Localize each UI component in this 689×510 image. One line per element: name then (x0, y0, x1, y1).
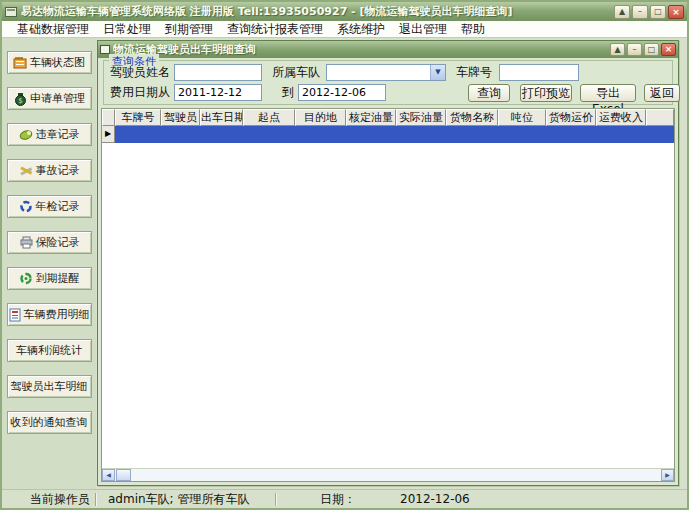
child-rollup-button[interactable]: ▲ (610, 43, 625, 56)
col-tonnage[interactable]: 吨位 (498, 109, 546, 126)
sidebar-item-insurance-record[interactable]: 保险记录 (7, 231, 92, 254)
menu-item-system-maintenance[interactable]: 系统维护 (330, 21, 392, 38)
child-window-title: 物流运输驾驶员出车明细查询 (113, 42, 610, 57)
insurance-record-icon (19, 236, 34, 249)
grid-header: 车牌号 驾驶员 出车日期 起点 目的地 核定油量 实际油量 货物名称 吨位 货物… (102, 109, 674, 126)
sidebar: 车辆状态图 $ 申请单管理 违章记录 事故记录 年检记录 (2, 38, 96, 489)
col-rated-fuel[interactable]: 核定油量 (346, 109, 396, 126)
row-marker-icon: ▶ (102, 126, 115, 143)
query-section: 查询条件 驾驶员姓名 所属车队 ▼ 车牌号 费用日期从 到 (100, 58, 676, 106)
window-controls: ▲ – □ × (614, 5, 684, 19)
main-titlebar: 易达物流运输车辆管理系统网络版 注册用版 Tell:13935050927 - … (2, 2, 687, 21)
col-plate-number[interactable]: 车牌号 (115, 109, 161, 126)
child-window-icon (100, 45, 110, 54)
sidebar-item-label: 违章记录 (36, 127, 80, 142)
sidebar-item-driver-trip-detail[interactable]: 驾驶员出车明细 (7, 375, 92, 398)
sidebar-item-notification-query[interactable]: 收到的通知查询 (7, 411, 92, 434)
fleet-select[interactable]: ▼ (326, 64, 446, 81)
minimize-button[interactable]: – (632, 5, 648, 19)
scrollbar-track[interactable] (131, 469, 661, 481)
app-icon (5, 7, 17, 17)
search-button[interactable]: 查询 (468, 84, 510, 102)
sidebar-item-label: 车辆状态图 (30, 55, 85, 70)
date-from-label: 费用日期从 (110, 84, 170, 101)
col-destination[interactable]: 目的地 (295, 109, 346, 126)
col-cargo-name[interactable]: 货物名称 (446, 109, 498, 126)
sidebar-item-application-form[interactable]: $ 申请单管理 (7, 87, 92, 110)
date-to-input[interactable] (298, 84, 386, 101)
status-bar: 当前操作员： admin车队; 管理所有车队 日期： 2012-12-06 (2, 489, 687, 508)
col-origin[interactable]: 起点 (243, 109, 295, 126)
sidebar-item-label: 车辆费用明细 (24, 307, 90, 322)
chevron-down-icon[interactable]: ▼ (430, 65, 445, 80)
print-preview-button[interactable]: 打印预览 (520, 84, 572, 102)
scroll-left-icon[interactable]: ◀ (102, 469, 115, 481)
return-button[interactable]: 返回 (644, 84, 680, 102)
driver-name-input[interactable] (174, 64, 262, 81)
vehicle-status-icon (13, 56, 28, 69)
export-excel-button[interactable]: 导出Excel (580, 84, 636, 102)
table-row[interactable]: ▶ (102, 126, 674, 143)
sidebar-item-annual-inspection[interactable]: 年检记录 (7, 195, 92, 218)
application-form-icon: $ (13, 92, 28, 106)
rollup-button[interactable]: ▲ (614, 5, 630, 19)
close-button[interactable]: × (668, 5, 684, 19)
operator-label: 当前操作员： (2, 491, 94, 508)
child-close-button[interactable]: × (661, 43, 676, 56)
maximize-button[interactable]: □ (650, 5, 666, 19)
window-title: 易达物流运输车辆管理系统网络版 注册用版 Tell:13935050927 - … (21, 4, 614, 19)
sidebar-item-label: 收到的通知查询 (11, 415, 88, 430)
date-value: 2012-12-06 (356, 492, 470, 506)
accident-record-icon (19, 164, 34, 177)
scroll-right-icon[interactable]: ▶ (661, 469, 674, 481)
child-window: 物流运输驾驶员出车明细查询 ▲ – □ × 查询条件 驾驶员姓名 所属车队 ▼ (97, 40, 679, 486)
menu-item-expiry-mgmt[interactable]: 到期管理 (158, 21, 220, 38)
statusbar-divider (95, 493, 97, 506)
child-titlebar: 物流运输驾驶员出车明细查询 ▲ – □ × (98, 41, 678, 58)
horizontal-scrollbar: ◀ ▶ (102, 468, 674, 481)
date-to-label: 到 (282, 84, 294, 101)
sidebar-item-label: 车辆利润统计 (16, 343, 82, 358)
menu-item-exit[interactable]: 退出管理 (392, 21, 454, 38)
sidebar-item-expiry-reminder[interactable]: 到期提醒 (7, 267, 92, 290)
menu-item-report-mgmt[interactable]: 查询统计报表管理 (220, 21, 330, 38)
menu-item-help[interactable]: 帮助 (454, 21, 492, 38)
col-trip-date[interactable]: 出车日期 (200, 109, 243, 126)
results-grid: 车牌号 驾驶员 出车日期 起点 目的地 核定油量 实际油量 货物名称 吨位 货物… (101, 108, 675, 482)
sidebar-item-label: 保险记录 (36, 235, 80, 250)
query-row-1: 驾驶员姓名 所属车队 ▼ 车牌号 (104, 64, 672, 82)
sidebar-item-accident-record[interactable]: 事故记录 (7, 159, 92, 182)
child-window-controls: ▲ – □ × (610, 43, 676, 56)
sidebar-item-label: 事故记录 (36, 163, 80, 178)
menu-bar: 基础数据管理 日常处理 到期管理 查询统计报表管理 系统维护 退出管理 帮助 (2, 21, 687, 38)
query-row-2: 费用日期从 到 查询 打印预览 导出Excel 返回 (104, 84, 672, 102)
fleet-label: 所属车队 (272, 64, 320, 81)
col-freight-rate[interactable]: 货物运价 (546, 109, 596, 126)
col-actual-fuel[interactable]: 实际油量 (396, 109, 446, 126)
main-window: 易达物流运输车辆管理系统网络版 注册用版 Tell:13935050927 - … (0, 0, 689, 510)
sidebar-item-label: 到期提醒 (36, 271, 80, 286)
operator-value: admin车队; 管理所有车队 (98, 491, 274, 508)
annual-inspection-icon (19, 200, 34, 213)
menu-item-daily-process[interactable]: 日常处理 (96, 21, 158, 38)
sidebar-item-violation-record[interactable]: 违章记录 (7, 123, 92, 146)
sidebar-item-vehicle-status[interactable]: 车辆状态图 (7, 51, 92, 74)
violation-record-icon (19, 128, 34, 141)
date-from-input[interactable] (174, 84, 262, 101)
sidebar-item-profit-statistics[interactable]: 车辆利润统计 (7, 339, 92, 362)
grid-corner-cell (102, 109, 115, 126)
plate-input[interactable] (499, 64, 579, 81)
col-freight-income[interactable]: 运费收入 (596, 109, 646, 126)
expiry-reminder-icon (19, 272, 34, 285)
selected-empty-row[interactable] (115, 126, 674, 143)
child-maximize-button[interactable]: □ (644, 43, 659, 56)
child-minimize-button[interactable]: – (627, 43, 642, 56)
menu-item-base-data[interactable]: 基础数据管理 (10, 21, 96, 38)
scrollbar-thumb[interactable] (116, 469, 131, 481)
grid-header-filler (646, 109, 674, 126)
col-driver[interactable]: 驾驶员 (161, 109, 200, 126)
sidebar-item-vehicle-expense[interactable]: 车辆费用明细 (7, 303, 92, 326)
sidebar-item-label: 年检记录 (36, 199, 80, 214)
sidebar-item-label: 申请单管理 (30, 91, 85, 106)
sidebar-item-label: 驾驶员出车明细 (11, 379, 88, 394)
